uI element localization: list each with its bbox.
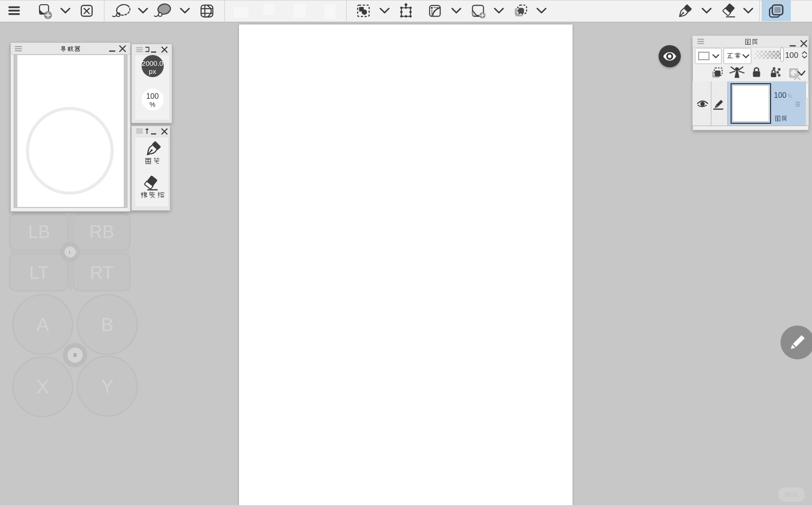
svg-text:B: B — [101, 314, 114, 335]
svg-text:X: X — [36, 376, 49, 397]
svg-text:Y: Y — [101, 376, 114, 397]
svg-text:LB: LB — [28, 222, 50, 242]
svg-text:L: L — [69, 250, 71, 254]
svg-text:RT: RT — [90, 263, 114, 283]
svg-text:R: R — [73, 353, 77, 358]
svg-text:RB: RB — [89, 222, 114, 242]
svg-text:LT: LT — [29, 263, 49, 283]
svg-text:A: A — [36, 314, 49, 335]
